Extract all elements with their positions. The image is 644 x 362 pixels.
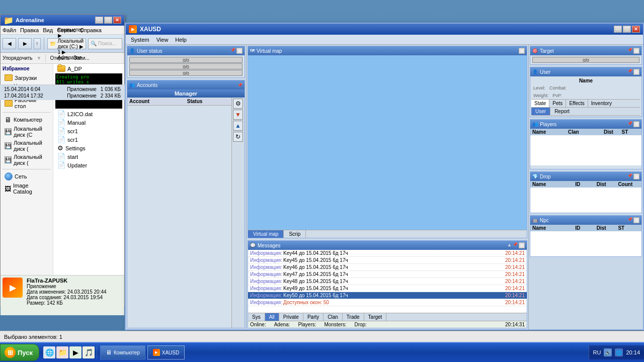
menu-view[interactable]: Вид [43, 27, 53, 33]
messages-scroll-up[interactable]: ▲ [507, 242, 512, 248]
acc-down-btn[interactable]: ▼ [233, 110, 243, 120]
menu-help[interactable]: Help [172, 36, 190, 44]
quick-folder[interactable]: 📁 [56, 346, 68, 358]
manager-bar: Manager [127, 89, 245, 98]
file-settings[interactable]: ⚙ Settings [55, 144, 122, 152]
user-subtab-report[interactable]: Report [550, 108, 574, 115]
sidebar-image-catalog[interactable]: 🖼 Image Catalog [3, 182, 51, 196]
file-icon-scr1b: 📄 [57, 136, 65, 143]
burn-btn[interactable]: Запи... [74, 55, 90, 61]
user-status-pin[interactable]: 📌 [230, 48, 235, 54]
msg-tab-trade[interactable]: Trade [343, 313, 364, 321]
msg-tab-sys[interactable]: Sys [248, 313, 265, 321]
user-tab-state[interactable]: State [531, 100, 549, 107]
user-tab-pets[interactable]: Pets [549, 100, 566, 107]
up-button[interactable]: ↑ [34, 38, 41, 49]
sidebar-local-c[interactable]: 💾 Локальный диск (C [3, 125, 51, 139]
open-btn[interactable]: Открыть [50, 55, 69, 61]
xausd-maximize[interactable]: □ [623, 26, 631, 33]
address-bar[interactable]: 📁 Компьютер ▶ Локальный диск (C:) ▶ 1 ▶ … [47, 38, 87, 49]
menu-view[interactable]: View [153, 36, 172, 44]
map-close[interactable]: ✕ [519, 48, 525, 54]
msg-tab-target[interactable]: Target [364, 313, 387, 321]
msg-tab-clan[interactable]: Clan [324, 313, 343, 321]
accounts-pin[interactable]: 📌 [237, 83, 243, 87]
user-pin[interactable]: 📌 [627, 69, 632, 75]
target-pin[interactable]: 📌 [627, 48, 632, 54]
taskbar-btn-computer[interactable]: 🖥 Компьютер [100, 345, 145, 359]
explorer-close[interactable]: ✕ [113, 17, 121, 24]
taskbar-btn-xausd[interactable]: ▶ XAUSD [147, 345, 185, 359]
file-a-dp[interactable]: A_DP [55, 65, 122, 72]
menu-system[interactable]: System [128, 36, 152, 44]
back-button[interactable]: ◀ [3, 38, 16, 49]
file-l2ico[interactable]: 📄 L2ICO.dat [55, 110, 122, 118]
sidebar-local-d[interactable]: 💾 Локальный диск ( [3, 139, 51, 153]
msg-tab-party[interactable]: Party [303, 313, 324, 321]
msg-row-7[interactable]: Информация: Key50 до 15.04.2015 6д 17ч 2… [248, 292, 527, 299]
user-status-titlebar: 👤 User status 📌 ✕ [127, 46, 245, 55]
msg-row-4[interactable]: Информация: Key47 до 15.04.2015 6д 17ч 2… [248, 271, 527, 278]
user-tab-inventory[interactable]: Inventory [588, 100, 615, 107]
file-updater[interactable]: 📄 Updater [55, 161, 122, 169]
xausd-minimize[interactable]: ─ [614, 26, 622, 33]
virtual-map-window: 🗺 Virtual map ✕ Virtual map Scrip [248, 46, 527, 238]
quick-player[interactable]: 🎵 [83, 346, 95, 358]
msg-tab-all[interactable]: All [265, 313, 279, 321]
drive-e-icon: 💾 [5, 156, 12, 163]
sidebar-local-e[interactable]: 💾 Локальный диск ( [3, 153, 51, 167]
map-tab-virtual[interactable]: Virtual map [248, 230, 284, 238]
map-tab-scrip[interactable]: Scrip [284, 230, 306, 238]
sidebar-downloads[interactable]: Загрузки [3, 73, 51, 82]
file-scr1-2[interactable]: 📄 scr1 [55, 135, 122, 144]
acc-refresh-btn[interactable]: ↻ [233, 132, 243, 142]
target-close[interactable]: ✕ [633, 48, 639, 54]
xausd-close[interactable]: ✕ [632, 26, 640, 33]
msg-row-1[interactable]: Информация: Key44 до 15.04.2015 6д 17ч 2… [248, 250, 527, 257]
tray-network-icon[interactable]: 🌐 [615, 348, 623, 356]
msg-tab-private[interactable]: Private [279, 313, 303, 321]
file-manual[interactable]: 📄 Manual [55, 118, 122, 127]
msg-row-5[interactable]: Информация: Key48 до 15.04.2015 6д 17ч 2… [248, 278, 527, 285]
drop-body [530, 188, 641, 213]
file-scr1-1[interactable]: 📄 scr1 [55, 127, 122, 135]
desktop-icon [5, 100, 13, 107]
acc-up-btn[interactable]: ▲ [233, 121, 243, 131]
npc-close[interactable]: ✕ [633, 217, 639, 223]
drop-pin[interactable]: 📌 [627, 173, 632, 179]
forward-button[interactable]: ▶ [18, 38, 32, 49]
xausd-menubar: System View Help [126, 35, 643, 45]
menu-edit[interactable]: Правка [20, 27, 39, 33]
acc-settings-btn[interactable]: ⚙ [233, 99, 243, 109]
messages-close[interactable]: ✕ [519, 242, 525, 248]
messages-pin[interactable]: 📌 [513, 242, 518, 248]
search-box[interactable]: 🔍 Поиск... [88, 38, 122, 49]
tray-volume-icon[interactable]: 🔊 [604, 348, 612, 356]
windows-logo: ⊞ [5, 347, 16, 358]
msg-row-6[interactable]: Информация: Key49 до 15.04.2015 6д 17ч 2… [248, 285, 527, 292]
user-status-window: 👤 User status 📌 ✕ 0/0 [127, 46, 245, 78]
start-button[interactable]: ⊞ Пуск [0, 344, 39, 361]
drop-header: Name ID Dist Count [530, 181, 641, 188]
menu-file[interactable]: Файл [3, 27, 16, 33]
sidebar-network[interactable]: Сеть [3, 171, 51, 182]
drop-close[interactable]: ✕ [633, 173, 639, 179]
npc-pin[interactable]: 📌 [627, 217, 632, 223]
players-pin[interactable]: 📌 [627, 121, 632, 127]
selected-file-size: Размер: 142 КБ [27, 300, 122, 306]
msg-row-3[interactable]: Информация: Key46 до 15.04.2015 6д 17ч 2… [248, 264, 527, 271]
user-tab-effects[interactable]: Effects [566, 100, 588, 107]
msg-row-8[interactable]: Информация: Доступных окон: 50 20:14:21 [248, 299, 527, 306]
quick-ie[interactable]: 🌐 [43, 346, 55, 358]
sidebar-computer[interactable]: 🖥 Компьютер [3, 115, 51, 125]
user-subtab-user[interactable]: User [531, 108, 550, 115]
organize-btn[interactable]: Упорядочить [3, 55, 33, 61]
user-status-close[interactable]: ✕ [236, 48, 243, 54]
file-start[interactable]: 📄 start [55, 152, 122, 161]
msg-row-2[interactable]: Информация: Key45 до 15.04.2015 6д 17ч 2… [248, 257, 527, 264]
user-close[interactable]: ✕ [633, 69, 639, 75]
explorer-maximize[interactable]: □ [104, 17, 112, 24]
quick-media[interactable]: ▶ [69, 346, 82, 358]
explorer-minimize[interactable]: ─ [95, 17, 103, 24]
players-close[interactable]: ✕ [633, 121, 639, 127]
